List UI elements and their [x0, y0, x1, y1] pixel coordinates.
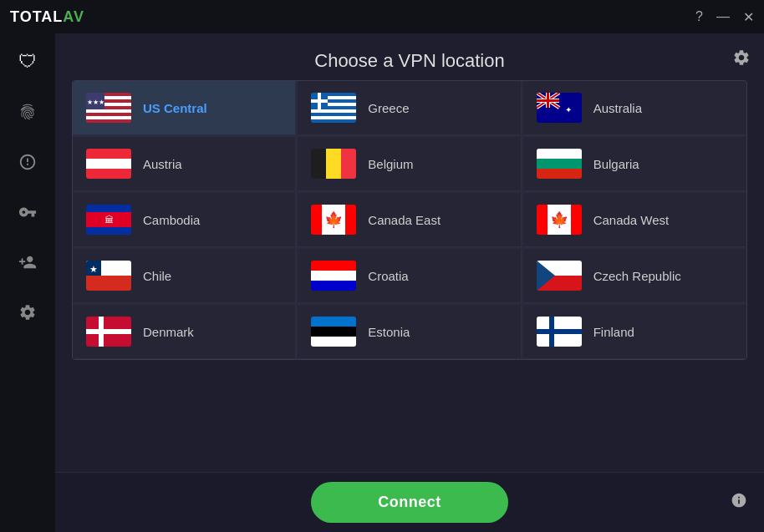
svg-text:✦: ✦ — [565, 105, 572, 114]
vpn-location-item[interactable]: Denmark — [73, 305, 296, 359]
country-name: Estonia — [368, 325, 410, 339]
info-button[interactable] — [731, 492, 747, 513]
svg-rect-37 — [537, 159, 582, 169]
vpn-location-item[interactable]: 🍁Canada East — [298, 193, 521, 247]
main-layout: 🛡 Choose a VPN location ★★★US CentralGre… — [0, 33, 764, 532]
svg-text:🍁: 🍁 — [324, 210, 344, 229]
svg-rect-32 — [86, 169, 131, 179]
svg-rect-55 — [311, 261, 356, 271]
country-flag — [311, 261, 356, 291]
country-flag — [537, 261, 582, 291]
svg-rect-52 — [86, 276, 131, 291]
country-name: Canada West — [593, 213, 670, 227]
country-name: US Central — [143, 101, 207, 115]
vpn-location-item[interactable]: Greece — [298, 81, 521, 135]
svg-rect-56 — [311, 271, 356, 281]
country-flag — [311, 149, 356, 179]
vpn-location-item[interactable]: Czech Republic — [523, 249, 746, 303]
minimize-button[interactable]: — — [716, 9, 730, 24]
vpn-location-item[interactable]: ★★★US Central — [73, 81, 296, 135]
svg-rect-31 — [86, 159, 131, 169]
svg-rect-39 — [86, 205, 131, 212]
svg-rect-49 — [571, 205, 582, 235]
country-name: Bulgaria — [593, 157, 639, 171]
country-flag: ★★★ — [86, 93, 131, 123]
svg-rect-69 — [537, 329, 582, 334]
page-header: Choose a VPN location — [55, 33, 764, 80]
help-button[interactable]: ? — [695, 9, 703, 24]
svg-text:★: ★ — [89, 264, 98, 274]
app-logo: TOTALAV — [10, 8, 84, 26]
svg-rect-36 — [537, 149, 582, 159]
country-flag: ★ — [86, 261, 131, 291]
country-flag — [86, 317, 131, 347]
svg-text:★★★: ★★★ — [87, 99, 104, 106]
vpn-location-item[interactable]: 🍁Canada West — [523, 193, 746, 247]
country-name: Canada East — [368, 213, 441, 227]
svg-text:🏛: 🏛 — [104, 215, 114, 225]
vpn-location-item[interactable]: ✦Australia — [523, 81, 746, 135]
vpn-location-item[interactable]: 🏛Cambodia — [73, 193, 296, 247]
vpn-location-item[interactable]: Estonia — [298, 305, 521, 359]
vpn-location-item[interactable]: ★Chile — [73, 249, 296, 303]
svg-rect-6 — [86, 113, 131, 116]
svg-rect-41 — [86, 227, 131, 235]
vpn-location-item[interactable]: Finland — [523, 305, 746, 359]
svg-rect-14 — [311, 109, 356, 113]
vpn-location-item[interactable]: Croatia — [298, 249, 521, 303]
svg-rect-7 — [86, 116, 131, 119]
country-flag: 🍁 — [311, 205, 356, 235]
svg-rect-65 — [311, 327, 356, 337]
svg-rect-63 — [86, 329, 131, 334]
vpn-location-grid: ★★★US CentralGreece✦AustraliaAustriaBelg… — [72, 80, 747, 360]
sidebar-item-fingerprint[interactable] — [11, 95, 44, 129]
svg-text:🍁: 🍁 — [550, 210, 569, 229]
svg-rect-34 — [326, 149, 341, 179]
logo-total: TOTAL — [10, 8, 63, 25]
title-bar: TOTALAV ? — ✕ — [0, 0, 764, 33]
page-title: Choose a VPN location — [314, 50, 504, 72]
settings-gear-button[interactable] — [732, 48, 751, 71]
sidebar: 🛡 — [0, 33, 55, 532]
svg-rect-45 — [345, 205, 356, 235]
svg-rect-8 — [86, 119, 131, 123]
country-flag: ✦ — [537, 93, 582, 123]
footer: Connect — [55, 472, 764, 532]
country-flag: 🏛 — [86, 205, 131, 235]
svg-rect-30 — [86, 149, 131, 159]
sidebar-item-speedometer[interactable] — [11, 145, 44, 179]
sidebar-item-settings[interactable] — [11, 296, 44, 329]
svg-rect-66 — [311, 337, 356, 347]
connect-button[interactable]: Connect — [311, 482, 508, 523]
country-name: Australia — [593, 101, 642, 115]
svg-rect-18 — [311, 99, 328, 103]
svg-rect-35 — [341, 149, 356, 179]
svg-rect-57 — [311, 281, 356, 291]
country-flag: 🍁 — [537, 205, 582, 235]
country-flag — [86, 149, 131, 179]
vpn-location-item[interactable]: Belgium — [298, 137, 521, 191]
sidebar-item-key[interactable] — [11, 195, 44, 229]
country-flag — [311, 93, 356, 123]
close-button[interactable]: ✕ — [743, 9, 754, 25]
country-name: Greece — [368, 101, 409, 115]
country-name: Chile — [143, 269, 171, 283]
sidebar-item-shield[interactable]: 🛡 — [11, 45, 44, 79]
svg-rect-15 — [311, 116, 356, 119]
svg-rect-43 — [311, 205, 322, 235]
vpn-location-item[interactable]: Austria — [73, 137, 296, 191]
svg-rect-47 — [537, 205, 548, 235]
window-controls: ? — ✕ — [695, 9, 754, 25]
country-name: Czech Republic — [593, 269, 681, 283]
sidebar-item-add-user[interactable] — [11, 246, 44, 279]
vpn-grid-wrapper: ★★★US CentralGreece✦AustraliaAustriaBelg… — [55, 80, 764, 472]
country-name: Cambodia — [143, 213, 200, 227]
country-name: Denmark — [143, 325, 194, 339]
svg-rect-28 — [537, 99, 559, 102]
country-flag — [311, 317, 356, 347]
country-name: Finland — [593, 325, 634, 339]
vpn-location-item[interactable]: Bulgaria — [523, 137, 746, 191]
svg-rect-38 — [537, 169, 582, 179]
content-area: Choose a VPN location ★★★US CentralGreec… — [55, 33, 764, 532]
country-flag — [537, 317, 582, 347]
